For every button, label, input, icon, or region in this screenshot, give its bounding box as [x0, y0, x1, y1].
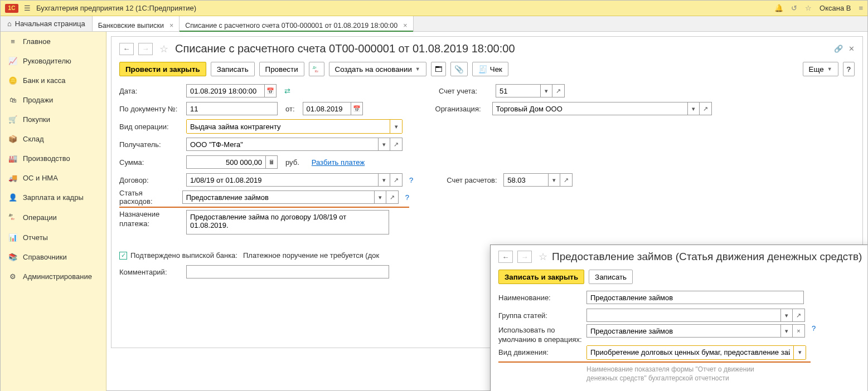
account-field[interactable]: [496, 84, 540, 97]
chevron-down-icon[interactable]: ▾: [780, 309, 793, 322]
check-button[interactable]: 🧾Чек: [472, 62, 508, 76]
sidebar-item-main[interactable]: ≡Главное: [1, 32, 106, 51]
chart-icon: 📈: [8, 57, 17, 65]
open-ref-icon[interactable]: ↗: [552, 84, 565, 97]
sidebar-item-payroll[interactable]: 👤Зарплата и кадры: [1, 188, 106, 207]
write-button[interactable]: Записать: [589, 270, 633, 284]
org-field[interactable]: [492, 102, 687, 115]
sidebar-item-reports[interactable]: 📊Отчеты: [1, 228, 106, 247]
chevron-down-icon[interactable]: ▾: [548, 173, 560, 187]
tab-home[interactable]: ⌂ Начальная страница: [1, 16, 93, 31]
list-icon: ≡: [8, 37, 17, 46]
help-icon[interactable]: ?: [409, 176, 413, 184]
tab-home-label: Начальная страница: [15, 19, 85, 28]
sub-default-ops-field[interactable]: [586, 324, 780, 338]
open-ref-icon[interactable]: ↗: [390, 138, 403, 151]
sidebar-item-admin[interactable]: ⚙Администрирование: [1, 267, 106, 286]
purpose-field[interactable]: [186, 210, 389, 234]
nav-forward-button[interactable]: →: [517, 251, 532, 263]
help-icon[interactable]: ?: [812, 324, 816, 333]
nav-back-button[interactable]: ←: [498, 251, 513, 263]
split-payment-link[interactable]: Разбить платеж: [312, 158, 365, 167]
svg-text:Кт: Кт: [315, 70, 318, 73]
expense-item-field[interactable]: [182, 190, 374, 204]
clear-icon[interactable]: ×: [793, 324, 805, 338]
bank-confirm-checkbox[interactable]: ✓: [119, 252, 127, 260]
write-and-close-button[interactable]: Записать и закрыть: [498, 270, 584, 284]
favorite-toggle[interactable]: ☆: [159, 43, 168, 55]
star-icon[interactable]: ☆: [805, 4, 812, 12]
user-name[interactable]: Оксана В: [819, 4, 851, 12]
create-based-on-button[interactable]: Создать на основании▼: [329, 62, 426, 76]
contract-field[interactable]: [186, 173, 378, 187]
docnum-field[interactable]: [186, 102, 278, 115]
sidebar-item-operations[interactable]: ДтКтОперации: [1, 207, 106, 228]
sub-group-field[interactable]: [586, 309, 780, 322]
attach-button[interactable]: 📎: [450, 62, 468, 76]
sidebar-item-production[interactable]: 🏭Производство: [1, 149, 106, 168]
calendar-icon[interactable]: [264, 84, 277, 97]
label-sub-move-type: Вид движения:: [498, 348, 582, 356]
sidebar-item-label: Склад: [23, 135, 44, 143]
post-and-close-button[interactable]: Провести и закрыть: [119, 62, 206, 76]
chevron-down-icon[interactable]: ▾: [390, 120, 402, 133]
favorite-toggle[interactable]: ☆: [539, 251, 547, 263]
comment-field[interactable]: [186, 265, 389, 278]
sub-move-type-hint: Наименование показателя формы "Отчет о д…: [586, 365, 787, 383]
sub-name-field[interactable]: [586, 291, 804, 304]
sidebar-item-sales[interactable]: 🛍Продажи: [1, 90, 106, 110]
settle-account-field[interactable]: [503, 173, 548, 187]
sidebar-item-label: Справочники: [23, 253, 67, 261]
close-icon[interactable]: ×: [169, 22, 173, 30]
chevron-down-icon[interactable]: ▾: [793, 346, 806, 359]
settings-bars-icon[interactable]: ≡: [859, 4, 863, 12]
dtkt-icon: ДтКт: [8, 213, 17, 222]
write-button[interactable]: Записать: [211, 62, 255, 76]
sidebar-item-warehouse[interactable]: 📦Склад: [1, 129, 106, 149]
open-ref-icon[interactable]: ↗: [390, 173, 403, 187]
docnum-date-field[interactable]: [303, 102, 351, 115]
more-button[interactable]: Еще▼: [803, 62, 838, 76]
calculator-icon[interactable]: 🖩: [265, 155, 278, 169]
chevron-down-icon[interactable]: ▾: [780, 324, 793, 338]
tab-bank-statements[interactable]: Банковские выписки ×: [93, 16, 180, 31]
open-ref-icon[interactable]: ↗: [386, 190, 399, 204]
chevron-down-icon[interactable]: ▾: [378, 173, 390, 187]
recipient-field[interactable]: [186, 138, 378, 151]
amount-field[interactable]: [186, 155, 265, 169]
sidebar-item-catalogs[interactable]: 📚Справочники: [1, 247, 106, 267]
titlebar: 1C ☰ Бухгалтерия предприятия 12 (1С:Пред…: [1, 1, 867, 16]
calendar-icon[interactable]: [351, 102, 363, 115]
nav-back-button[interactable]: ←: [119, 43, 134, 55]
close-icon[interactable]: ×: [403, 22, 407, 30]
sidebar-item-purchases[interactable]: 🛒Покупки: [1, 110, 106, 129]
document-title: Списание с расчетного счета 0Т00-000001 …: [175, 42, 515, 55]
panel-close-icon[interactable]: ✕: [848, 45, 855, 53]
swap-icon[interactable]: ⇄: [284, 87, 290, 95]
post-button[interactable]: Провести: [259, 62, 304, 76]
bell-icon[interactable]: 🔔: [774, 4, 783, 12]
link-icon[interactable]: 🔗: [834, 45, 843, 53]
chevron-down-icon[interactable]: ▾: [378, 138, 390, 151]
nav-forward-button[interactable]: →: [138, 43, 153, 55]
sub-move-type-field[interactable]: [587, 346, 793, 359]
sidebar-item-manager[interactable]: 📈Руководителю: [1, 51, 106, 71]
dtkt-button[interactable]: ДтКт: [309, 62, 324, 76]
sidebar-item-assets[interactable]: 🚚ОС и НМА: [1, 168, 106, 188]
chevron-down-icon[interactable]: ▾: [540, 84, 552, 97]
optype-field[interactable]: [187, 120, 390, 133]
help-button[interactable]: ?: [843, 62, 855, 76]
tab-debit-document[interactable]: Списание с расчетного счета 0Т00-000001 …: [180, 16, 413, 31]
chevron-down-icon[interactable]: ▾: [374, 190, 386, 204]
open-ref-icon[interactable]: ↗: [560, 173, 573, 187]
chevron-down-icon[interactable]: ▾: [687, 102, 700, 115]
help-icon[interactable]: ?: [405, 193, 409, 202]
bag-icon: 🛍: [8, 96, 17, 104]
open-ref-icon[interactable]: ↗: [793, 309, 805, 322]
open-ref-icon[interactable]: ↗: [700, 102, 712, 115]
structure-button[interactable]: 🗔: [431, 62, 446, 76]
sidebar-item-bank[interactable]: 🪙Банк и касса: [1, 71, 106, 90]
date-field[interactable]: [186, 84, 264, 97]
main-menu-icon[interactable]: ☰: [24, 4, 31, 12]
history-icon[interactable]: ↺: [791, 4, 797, 12]
